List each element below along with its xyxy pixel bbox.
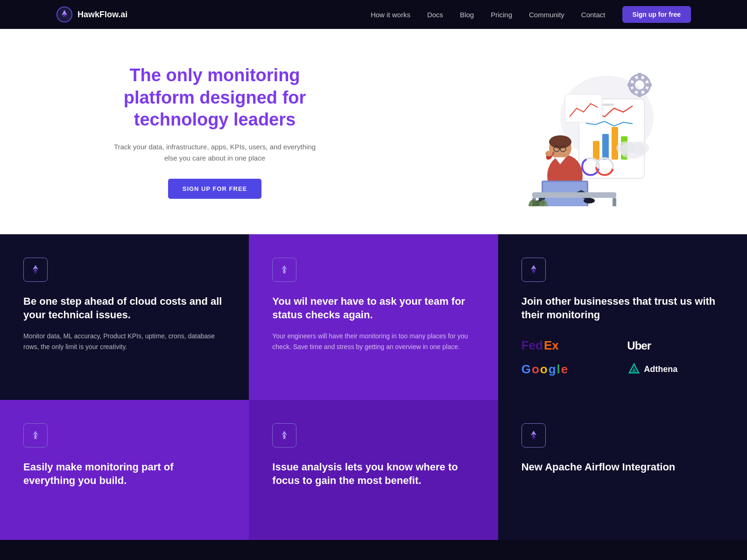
hawk-icon-trust bbox=[527, 264, 540, 275]
hero-title: The only monitoring platform designed fo… bbox=[107, 64, 322, 131]
feature-title-1: Be one step ahead of cloud costs and all… bbox=[23, 295, 226, 322]
feature-card-2: You wil never have to ask your team for … bbox=[249, 234, 498, 400]
hawk-icon-5 bbox=[278, 430, 291, 441]
feature-icon-4 bbox=[23, 423, 48, 448]
feature-title-4: Easily make monitoring part of everythin… bbox=[23, 461, 226, 487]
feature-icon-1 bbox=[23, 258, 48, 282]
google-o1: o bbox=[532, 362, 539, 377]
svg-rect-16 bbox=[593, 141, 599, 160]
hero-svg bbox=[504, 57, 663, 206]
trust-logos: FedEx Uber Google Adthena bbox=[521, 338, 724, 377]
hero-section: The only monitoring platform designed fo… bbox=[0, 29, 747, 234]
hawk-icon-2 bbox=[278, 264, 291, 275]
feature-card-4: Easily make monitoring part of everythin… bbox=[0, 400, 249, 540]
hawk-icon-1 bbox=[29, 264, 42, 275]
hawk-icon-4 bbox=[29, 430, 42, 441]
svg-point-47 bbox=[630, 141, 649, 154]
feature-icon-5 bbox=[272, 423, 296, 448]
logo-text: HawkFlow.ai bbox=[78, 10, 127, 20]
google-g: G bbox=[521, 362, 531, 377]
fedex-fed: Fed bbox=[521, 338, 543, 353]
nav-docs[interactable]: Docs bbox=[427, 11, 443, 19]
features-grid: Be one step ahead of cloud costs and all… bbox=[0, 234, 747, 540]
adthena-logo: Adthena bbox=[627, 362, 724, 377]
logo[interactable]: HawkFlow.ai bbox=[56, 6, 127, 23]
nav-blog[interactable]: Blog bbox=[460, 11, 474, 19]
svg-point-37 bbox=[584, 198, 595, 203]
uber-logo: Uber bbox=[627, 338, 724, 353]
hawk-icon-6 bbox=[527, 430, 540, 441]
svg-rect-40 bbox=[613, 198, 616, 206]
feature-card-6: New Apache Airflow Integration bbox=[498, 400, 747, 540]
adthena-icon bbox=[627, 363, 641, 377]
adthena-text: Adthena bbox=[644, 364, 677, 374]
hero-illustration bbox=[504, 57, 663, 206]
nav-how-it-works[interactable]: How it works bbox=[371, 11, 410, 19]
nav-contact[interactable]: Contact bbox=[581, 11, 606, 19]
svg-rect-17 bbox=[602, 134, 609, 160]
svg-point-29 bbox=[549, 135, 571, 148]
nav-cta-button[interactable]: Sign up for free bbox=[622, 6, 691, 23]
svg-rect-9 bbox=[646, 83, 652, 87]
feature-title-2: You wil never have to ask your team for … bbox=[272, 295, 474, 322]
trust-title: Join other businesses that trust us with… bbox=[521, 295, 724, 322]
nav-community[interactable]: Community bbox=[529, 11, 564, 19]
feature-title-6: New Apache Airflow Integration bbox=[521, 461, 724, 474]
feature-icon-6 bbox=[521, 423, 546, 448]
svg-rect-18 bbox=[612, 127, 618, 160]
feature-card-trust: Join other businesses that trust us with… bbox=[498, 234, 747, 400]
fedex-logo: FedEx bbox=[521, 338, 618, 353]
feature-icon-2 bbox=[272, 258, 296, 282]
feature-desc-2: Your engineers will have their monitorin… bbox=[272, 331, 474, 352]
svg-rect-38 bbox=[532, 192, 616, 198]
google-logo: Google bbox=[521, 362, 618, 377]
logo-icon bbox=[56, 6, 73, 23]
uber-text: Uber bbox=[627, 339, 651, 352]
hero-cta-button[interactable]: SIGN UP FOR FREE bbox=[168, 179, 261, 199]
google-l: l bbox=[557, 362, 560, 377]
nav-pricing[interactable]: Pricing bbox=[491, 11, 512, 19]
feature-card-5: Issue analysis lets you know where to fo… bbox=[249, 400, 498, 540]
fedex-ex: Ex bbox=[544, 338, 559, 353]
feature-title-5: Issue analysis lets you know where to fo… bbox=[272, 461, 474, 487]
svg-rect-8 bbox=[638, 91, 641, 97]
feature-icon-trust bbox=[521, 258, 546, 282]
google-e: e bbox=[561, 362, 568, 377]
google-g2: g bbox=[549, 362, 556, 377]
navbar: HawkFlow.ai How it works Docs Blog Prici… bbox=[0, 0, 747, 29]
feature-desc-1: Monitor data, ML accuracy, Product KPIs,… bbox=[23, 331, 226, 352]
svg-rect-10 bbox=[627, 83, 633, 87]
svg-rect-7 bbox=[638, 73, 641, 78]
google-o2: o bbox=[540, 362, 548, 377]
hero-content: The only monitoring platform designed fo… bbox=[107, 64, 322, 199]
svg-rect-26 bbox=[565, 94, 602, 122]
hero-subtitle: Track your data, infrastructure, apps, K… bbox=[107, 141, 322, 164]
feature-card-1: Be one step ahead of cloud costs and all… bbox=[0, 234, 249, 400]
svg-point-33 bbox=[545, 151, 553, 156]
nav-links: How it works Docs Blog Pricing Community… bbox=[371, 6, 691, 23]
